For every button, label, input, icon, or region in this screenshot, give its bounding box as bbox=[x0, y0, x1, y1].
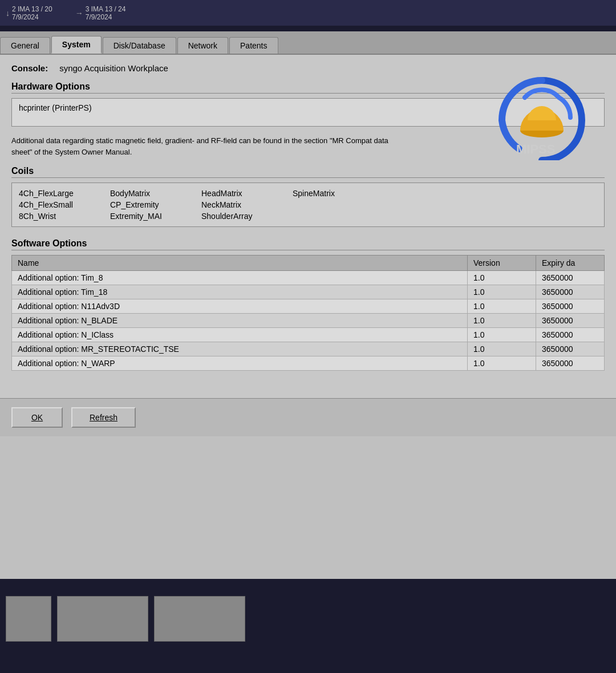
table-cell-version: 1.0 bbox=[468, 356, 536, 371]
table-cell-version: 1.0 bbox=[468, 342, 536, 356]
tab-network[interactable]: Network bbox=[177, 37, 228, 54]
coil-item: CP_Extremity bbox=[110, 200, 201, 209]
ima-label-2: 3 IMA 13 / 24 bbox=[86, 5, 126, 13]
table-cell-expiry: 3650000 bbox=[536, 328, 605, 342]
tab-disk-database[interactable]: Disk/Database bbox=[103, 37, 176, 54]
ok-button[interactable]: OK bbox=[11, 407, 63, 428]
button-bar: OK Refresh bbox=[0, 398, 616, 436]
table-row: Additional option: N_IClass1.03650000 bbox=[12, 328, 605, 342]
refresh-button[interactable]: Refresh bbox=[71, 407, 136, 428]
table-cell-name: Additional option: N_WARP bbox=[12, 356, 468, 371]
tab-bar: General System Disk/Database Network Pat… bbox=[0, 31, 616, 55]
hardware-item: hcprinter (PrinterPS) bbox=[19, 103, 92, 112]
table-row: Additional option: MR_STEREOTACTIC_TSE1.… bbox=[12, 342, 605, 356]
date-label-1: 7/9/2024 bbox=[12, 13, 52, 21]
table-cell-expiry: 3650000 bbox=[536, 342, 605, 356]
arrow-right-icon: → bbox=[75, 9, 83, 18]
table-cell-expiry: 3650000 bbox=[536, 271, 605, 285]
col-version: Version bbox=[468, 256, 536, 271]
coils-box: 4Ch_FlexLargeBodyMatrixHeadMatrixSpineMa… bbox=[11, 183, 605, 227]
bottom-bar bbox=[0, 579, 616, 673]
table-cell-name: Additional option: MR_STEREOTACTIC_TSE bbox=[12, 342, 468, 356]
table-cell-expiry: 3650000 bbox=[536, 314, 605, 328]
table-cell-name: Additional option: Tim_8 bbox=[12, 271, 468, 285]
content-area: MIPSS Console: syngo Acquisition Workpla… bbox=[0, 55, 616, 436]
coil-item: ShoulderArray bbox=[201, 212, 293, 221]
bottom-panel-3 bbox=[154, 596, 245, 642]
table-cell-name: Additional option: N_BLADE bbox=[12, 314, 468, 328]
coil-item: BodyMatrix bbox=[110, 189, 201, 198]
table-cell-expiry: 3650000 bbox=[536, 299, 605, 314]
top-bar-item-1: ↓ 2 IMA 13 / 20 7/9/2024 bbox=[6, 5, 52, 21]
top-bar-item-2: → 3 IMA 13 / 24 7/9/2024 bbox=[75, 5, 126, 21]
table-row: Additional option: Tim_181.03650000 bbox=[12, 285, 605, 299]
coils-grid: 4Ch_FlexLargeBodyMatrixHeadMatrixSpineMa… bbox=[19, 189, 597, 221]
system-info-dialog: General System Disk/Database Network Pat… bbox=[0, 31, 616, 579]
svg-text:MIPSS: MIPSS bbox=[516, 142, 555, 156]
table-row: Additional option: Tim_81.03650000 bbox=[12, 271, 605, 285]
coil-item bbox=[293, 200, 384, 209]
bottom-panel-1 bbox=[6, 596, 51, 642]
table-cell-expiry: 3650000 bbox=[536, 356, 605, 371]
table-cell-name: Additional option: N11Adv3D bbox=[12, 299, 468, 314]
coil-item: 4Ch_FlexSmall bbox=[19, 200, 110, 209]
coil-item: Extremity_MAI bbox=[110, 212, 201, 221]
table-cell-version: 1.0 bbox=[468, 314, 536, 328]
coil-item: 8Ch_Wrist bbox=[19, 212, 110, 221]
table-cell-name: Additional option: Tim_18 bbox=[12, 285, 468, 299]
coil-item: SpineMatrix bbox=[293, 189, 384, 198]
logo-area: MIPSS bbox=[485, 63, 599, 166]
console-label: Console: bbox=[11, 63, 48, 73]
mipss-logo: MIPSS bbox=[491, 69, 593, 160]
table-row: Additional option: N11Adv3D1.03650000 bbox=[12, 299, 605, 314]
software-options-header: Software Options bbox=[11, 238, 605, 250]
table-cell-version: 1.0 bbox=[468, 285, 536, 299]
table-row: Additional option: N_WARP1.03650000 bbox=[12, 356, 605, 371]
bottom-panel-2 bbox=[57, 596, 148, 642]
table-row: Additional option: N_BLADE1.03650000 bbox=[12, 314, 605, 328]
table-cell-version: 1.0 bbox=[468, 328, 536, 342]
coil-item: NeckMatrix bbox=[201, 200, 293, 209]
table-cell-name: Additional option: N_IClass bbox=[12, 328, 468, 342]
table-cell-expiry: 3650000 bbox=[536, 285, 605, 299]
coil-item: HeadMatrix bbox=[201, 189, 293, 198]
software-section: Software Options Name Version Expiry da … bbox=[11, 238, 605, 371]
arrow-down-icon: ↓ bbox=[6, 9, 10, 18]
coils-header: Coils bbox=[11, 166, 605, 178]
console-value: syngo Acquisition Workplace bbox=[59, 63, 168, 73]
date-label-2: 7/9/2024 bbox=[86, 13, 126, 21]
info-text: Additional data regarding static magneti… bbox=[11, 135, 399, 157]
top-bar: ↓ 2 IMA 13 / 20 7/9/2024 → 3 IMA 13 / 24… bbox=[0, 0, 616, 26]
tab-system[interactable]: System bbox=[51, 36, 102, 54]
ima-label-1: 2 IMA 13 / 20 bbox=[12, 5, 52, 13]
coil-item bbox=[293, 212, 384, 221]
coil-item: 4Ch_FlexLarge bbox=[19, 189, 110, 198]
tab-general[interactable]: General bbox=[0, 37, 50, 54]
tab-patents[interactable]: Patents bbox=[229, 37, 278, 54]
table-cell-version: 1.0 bbox=[468, 271, 536, 285]
col-name: Name bbox=[12, 256, 468, 271]
col-expiry: Expiry da bbox=[536, 256, 605, 271]
table-cell-version: 1.0 bbox=[468, 299, 536, 314]
software-table: Name Version Expiry da Additional option… bbox=[11, 255, 605, 371]
